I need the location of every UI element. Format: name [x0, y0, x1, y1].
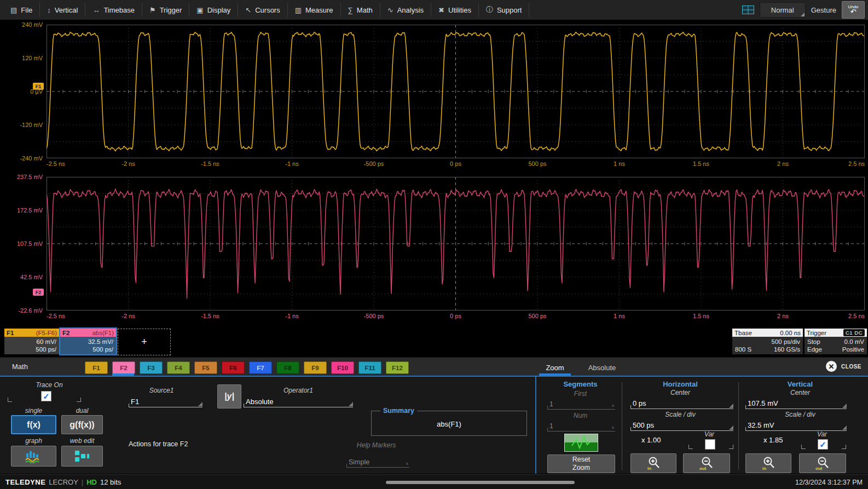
menu-item-display[interactable]: ▣Display	[189, 3, 238, 17]
webedit-button[interactable]	[61, 446, 103, 467]
menu-item-vertical[interactable]: ↕Vertical	[40, 3, 85, 17]
function-button-f3[interactable]: F3	[140, 361, 163, 374]
segments-num-input[interactable]: 1x	[547, 421, 615, 432]
operator1-dropdown[interactable]: Absolute	[244, 394, 353, 407]
webedit-label: web edit	[61, 437, 103, 445]
vertical-scale-label: Scale / div	[740, 411, 860, 418]
dual-gfx-button[interactable]: g(f(x))	[61, 415, 103, 434]
horizontal-var-checkbox[interactable]	[705, 439, 715, 450]
f2-xtick: -1 ns	[270, 313, 314, 320]
f1-ytick: -240 mV	[2, 154, 43, 162]
bracket-right	[77, 398, 81, 402]
undo-button[interactable]: Undo ↶	[842, 1, 865, 19]
waveform-grid-f1[interactable]	[47, 25, 865, 158]
horizontal-center-value: 0 ps	[633, 399, 646, 407]
function-button-f9[interactable]: F9	[304, 361, 327, 374]
f1-xtick: 2.5 ns	[821, 160, 865, 168]
horizontal-zoom-in-button[interactable]: in	[630, 453, 676, 473]
function-button-f7[interactable]: F7	[249, 361, 272, 374]
f1-descriptor-source: (F5-F6)	[36, 330, 57, 336]
reset-zoom-label-1: Reset	[572, 456, 591, 464]
waveform-grid-f2[interactable]	[47, 177, 865, 310]
function-button-f10[interactable]: F10	[331, 361, 354, 374]
f2-descriptor-id: F2	[62, 330, 70, 336]
f2-ytick: 42.5 mV	[2, 273, 43, 281]
add-trace-button[interactable]: +	[118, 329, 171, 355]
menu-item-analysis[interactable]: ∿Analysis	[380, 3, 431, 17]
function-button-f2[interactable]: F2	[112, 361, 135, 374]
f2-axis-badge[interactable]: F2	[33, 289, 44, 296]
menu-item-math[interactable]: ∑Math	[341, 3, 380, 17]
close-button[interactable]: ✕ CLOSE	[826, 361, 861, 372]
display-mode-button[interactable]: Normal	[760, 2, 806, 18]
menu-item-label: Utilities	[448, 6, 471, 14]
taskbar-handle[interactable]	[386, 481, 575, 484]
menu-item-utilities[interactable]: ✖Utilities	[431, 3, 479, 17]
vertical-scale-input[interactable]: 32.5 mV	[745, 418, 847, 431]
segments-display-button[interactable]	[564, 434, 598, 454]
f2-vscale: 32.5 mV/	[63, 338, 113, 346]
bracket-left	[688, 445, 693, 449]
f2-descriptor[interactable]: F2 abs(F1) 32.5 mV/ 500 ps/	[60, 329, 116, 354]
graph-button[interactable]	[11, 446, 56, 467]
f1-xtick: -2 ns	[107, 160, 151, 168]
graph-icon	[25, 449, 43, 463]
f1-axis-badge[interactable]: F1	[33, 83, 44, 90]
operator-icon-button[interactable]: |y|	[217, 384, 241, 409]
segments-title: Segments	[541, 380, 620, 388]
horizontal-zoom-out-button[interactable]: out	[683, 453, 730, 473]
summary-legend: Summary	[380, 407, 417, 415]
horizontal-center-input[interactable]: 0 ps	[630, 396, 733, 409]
vertical-center-input[interactable]: 107.5 mV	[745, 396, 847, 409]
source1-dropdown[interactable]: F1	[129, 394, 202, 407]
measure-icon: ▥	[295, 6, 302, 14]
trigger-type: Edge	[807, 346, 822, 353]
function-button-f8[interactable]: F8	[276, 361, 299, 374]
f1-hscale: 500 ps/	[7, 346, 56, 353]
help-markers-label: Help Markers	[342, 441, 410, 449]
function-button-f1[interactable]: F1	[85, 361, 108, 374]
actions-label: Actions for trace F2	[129, 440, 188, 448]
tab-absolute[interactable]: Absolute	[576, 361, 628, 374]
zoom-out-icon: out	[814, 456, 831, 471]
zoom-out-text: out	[815, 466, 823, 471]
menu-item-label: Trigger	[160, 6, 182, 14]
horizontal-scale-input[interactable]: 500 ps	[630, 418, 733, 431]
grid-layout-icon[interactable]	[742, 5, 754, 14]
tbase-samples: 800 S	[735, 346, 751, 353]
vertical-zoom-in-button[interactable]: in	[745, 453, 791, 473]
zoom-out-text: out	[699, 466, 707, 471]
operator1-value: Absolute	[246, 398, 274, 406]
reset-zoom-button[interactable]: Reset Zoom	[547, 455, 615, 473]
zoom-in-text: in	[762, 466, 766, 471]
trigger-descriptor[interactable]: Trigger C1 DC Stop 0.0 mV Edge Positive	[805, 329, 867, 354]
function-button-f4[interactable]: F4	[167, 361, 190, 374]
timebase-descriptor[interactable]: Tbase 0.00 ns 500 ps/div 800 S 160 GS/s	[732, 329, 803, 354]
tab-zoom[interactable]: Zoom	[539, 361, 571, 374]
vertical-zoom-out-button[interactable]: out	[799, 453, 846, 473]
function-button-f12[interactable]: F12	[386, 361, 409, 374]
f1-descriptor[interactable]: F1 (F5-F6) 60 mV/ 500 ps/	[4, 329, 59, 354]
f1-xtick: 500 ps	[516, 160, 559, 168]
help-markers-dropdown[interactable]: Simplex	[346, 456, 409, 468]
menu-item-support[interactable]: ⓘSupport	[479, 3, 530, 17]
function-button-f6[interactable]: F6	[222, 361, 245, 374]
f2-xtick: 2.5 ns	[821, 313, 865, 320]
menu-item-label: Analysis	[397, 6, 424, 14]
menu-item-trigger[interactable]: ⚑Trigger	[142, 3, 189, 17]
menu-item-timebase[interactable]: ↔Timebase	[85, 3, 142, 17]
zoom-in-icon: in	[645, 456, 662, 471]
menu-item-label: Timebase	[103, 6, 135, 14]
f1-xtick: -1.5 ns	[188, 160, 232, 168]
f1-vscale: 60 mV/	[7, 338, 56, 346]
menu-item-cursors[interactable]: ↖Cursors	[238, 3, 287, 17]
horizontal-factor: x 1.00	[641, 436, 661, 444]
segments-first-input[interactable]: 1x	[547, 399, 615, 410]
menu-item-file[interactable]: ▤File	[3, 3, 40, 17]
trace-on-checkbox[interactable]: ✓	[41, 391, 51, 401]
function-button-f5[interactable]: F5	[194, 361, 217, 374]
vertical-var-checkbox[interactable]: ✓	[818, 439, 828, 450]
function-button-f11[interactable]: F11	[358, 361, 381, 374]
single-fx-button[interactable]: f(x)	[11, 415, 56, 434]
menu-item-measure[interactable]: ▥Measure	[288, 3, 341, 17]
